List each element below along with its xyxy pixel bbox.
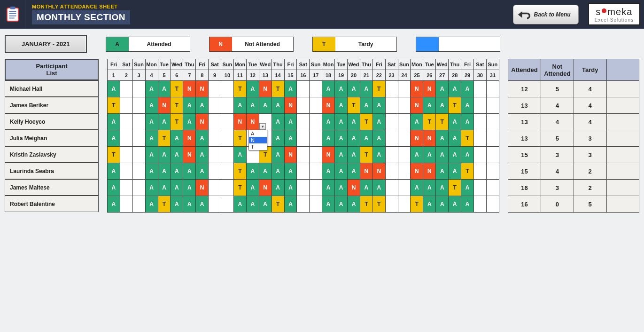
attendance-cell[interactable] — [486, 163, 499, 180]
attendance-cell[interactable]: A — [158, 114, 171, 130]
attendance-cell[interactable]: N — [322, 97, 335, 114]
attendance-cell[interactable] — [209, 163, 221, 180]
attendance-cell[interactable] — [398, 163, 411, 180]
attendance-cell[interactable] — [398, 130, 411, 147]
attendance-cell[interactable] — [132, 81, 145, 97]
attendance-cell[interactable]: N — [158, 97, 171, 114]
attendance-cell[interactable] — [385, 130, 398, 147]
attendance-cell[interactable]: A — [411, 180, 423, 196]
attendance-cell[interactable] — [385, 163, 398, 180]
attendance-cell[interactable]: N — [423, 130, 436, 147]
attendance-cell[interactable] — [297, 163, 310, 180]
attendance-cell[interactable] — [221, 147, 233, 163]
attendance-cell[interactable]: A — [108, 114, 120, 130]
attendance-cell[interactable] — [120, 147, 132, 163]
attendance-cell[interactable] — [473, 147, 486, 163]
attendance-cell[interactable]: A — [171, 180, 183, 196]
attendance-cell[interactable]: A — [284, 130, 297, 147]
attendance-cell[interactable]: A — [335, 97, 348, 114]
attendance-cell[interactable]: T — [461, 130, 474, 147]
attendance-cell[interactable]: T — [272, 196, 284, 213]
attendance-cell[interactable] — [385, 180, 398, 196]
attendance-cell[interactable]: A — [436, 97, 449, 114]
dropdown-handle-icon[interactable] — [259, 123, 266, 130]
attendance-cell[interactable]: A — [347, 196, 360, 213]
attendance-cell[interactable]: A — [108, 180, 120, 196]
attendance-cell[interactable]: A — [322, 180, 335, 196]
attendance-cell[interactable]: A — [196, 130, 209, 147]
attendance-cell[interactable] — [486, 130, 499, 147]
attendance-cell[interactable] — [473, 114, 486, 130]
attendance-cell[interactable] — [120, 114, 132, 130]
attendance-cell[interactable]: N — [284, 147, 297, 163]
attendance-cell[interactable]: T — [108, 147, 120, 163]
attendance-cell[interactable]: A — [436, 180, 449, 196]
attendance-cell[interactable]: T — [158, 130, 171, 147]
attendance-cell[interactable] — [398, 97, 411, 114]
attendance-cell[interactable] — [132, 97, 145, 114]
attendance-cell[interactable]: A — [196, 97, 209, 114]
attendance-cell[interactable] — [120, 97, 132, 114]
attendance-cell[interactable] — [473, 163, 486, 180]
attendance-cell[interactable]: A — [449, 130, 461, 147]
attendance-cell[interactable] — [132, 196, 145, 213]
attendance-cell[interactable] — [486, 147, 499, 163]
attendance-cell[interactable]: A — [372, 180, 385, 196]
attendance-cell[interactable]: A — [259, 97, 272, 114]
attendance-cell[interactable]: A — [145, 114, 158, 130]
attendance-cell[interactable]: N — [322, 147, 335, 163]
attendance-cell[interactable]: A — [145, 147, 158, 163]
attendance-cell[interactable]: N — [347, 180, 360, 196]
back-to-menu-button[interactable]: Back to Menu — [513, 5, 579, 24]
attendance-cell[interactable]: A — [335, 81, 348, 97]
attendance-cell[interactable]: A — [449, 163, 461, 180]
attendance-cell[interactable]: N — [372, 163, 385, 180]
attendance-cell[interactable]: A — [461, 180, 474, 196]
attendance-cell[interactable] — [120, 196, 132, 213]
attendance-cell[interactable] — [209, 147, 221, 163]
attendance-cell[interactable]: A — [449, 114, 461, 130]
attendance-cell[interactable]: A — [423, 97, 436, 114]
attendance-cell[interactable]: N — [411, 130, 423, 147]
attendance-cell[interactable]: A — [423, 180, 436, 196]
attendance-cell[interactable] — [120, 163, 132, 180]
attendance-cell[interactable] — [297, 147, 310, 163]
attendance-cell[interactable]: T — [108, 97, 120, 114]
attendance-cell[interactable]: A — [145, 163, 158, 180]
attendance-cell[interactable]: A — [272, 97, 284, 114]
attendance-cell[interactable]: T — [360, 196, 372, 213]
attendance-cell[interactable]: A — [347, 163, 360, 180]
attendance-cell[interactable]: A — [171, 163, 183, 180]
attendance-cell[interactable]: A — [145, 97, 158, 114]
attendance-cell[interactable]: A — [284, 163, 297, 180]
attendance-cell[interactable]: A — [183, 114, 196, 130]
participant-cell[interactable]: Kristin Zaslavsky — [5, 146, 99, 163]
attendance-cell[interactable]: T — [372, 81, 385, 97]
attendance-cell[interactable]: A — [171, 130, 183, 147]
attendance-cell[interactable] — [473, 130, 486, 147]
attendance-cell[interactable]: A — [108, 163, 120, 180]
attendance-cell[interactable]: A — [322, 130, 335, 147]
attendance-cell[interactable]: A — [272, 147, 284, 163]
attendance-cell[interactable]: N — [411, 81, 423, 97]
attendance-cell[interactable] — [221, 163, 233, 180]
attendance-cell[interactable] — [310, 81, 322, 97]
attendance-cell[interactable]: A — [449, 196, 461, 213]
attendance-cell[interactable]: N — [183, 130, 196, 147]
attendance-cell[interactable]: A — [259, 196, 272, 213]
attendance-cell[interactable]: A — [322, 196, 335, 213]
attendance-cell[interactable]: T — [461, 163, 474, 180]
attendance-cell[interactable]: A — [259, 163, 272, 180]
attendance-cell[interactable]: N — [411, 163, 423, 180]
attendance-cell[interactable]: A — [335, 147, 348, 163]
attendance-cell[interactable]: A — [436, 163, 449, 180]
attendance-cell[interactable]: A — [335, 163, 348, 180]
attendance-cell[interactable]: A — [145, 180, 158, 196]
attendance-cell[interactable]: A — [145, 81, 158, 97]
participant-cell[interactable]: Robert Balentine — [5, 196, 99, 212]
attendance-cell[interactable]: N — [183, 147, 196, 163]
attendance-cell[interactable]: A — [360, 130, 372, 147]
attendance-cell[interactable]: T — [411, 196, 423, 213]
attendance-cell[interactable]: A — [246, 97, 259, 114]
attendance-cell[interactable] — [221, 97, 233, 114]
